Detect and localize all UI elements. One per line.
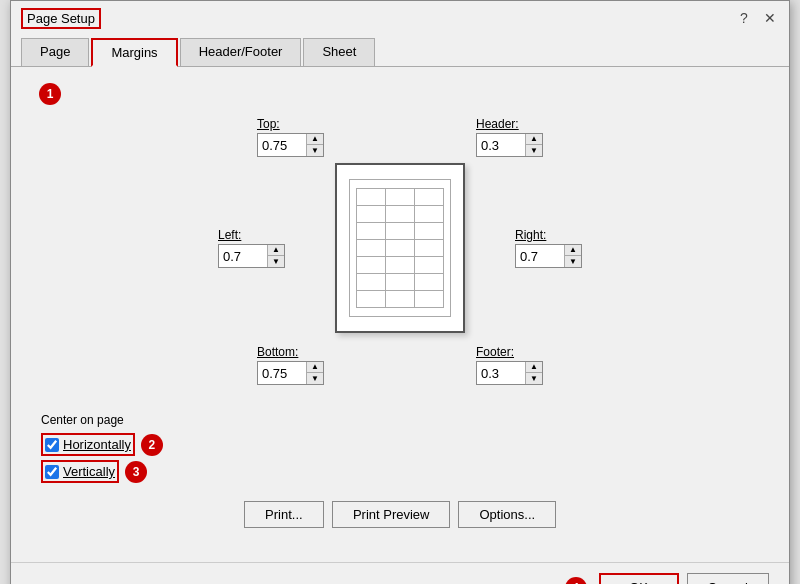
right-up-btn[interactable]: ▲ — [565, 245, 581, 256]
tab-margins[interactable]: Margins — [91, 38, 177, 67]
header-input[interactable] — [477, 134, 525, 156]
bottom-buttons: 4 OK Cancel — [11, 562, 789, 584]
vertically-label[interactable]: Vertically — [63, 464, 115, 479]
step2-circle: 2 — [141, 434, 163, 456]
header-down-btn[interactable]: ▼ — [526, 145, 542, 156]
footer-input[interactable] — [477, 362, 525, 384]
right-margin-field: Right: ▲ ▼ — [515, 228, 582, 268]
vertically-checkbox[interactable] — [45, 465, 59, 479]
step4-circle: 4 — [565, 577, 587, 585]
horizontally-label[interactable]: Horizontally — [63, 437, 131, 452]
header-label: Header: — [476, 117, 519, 131]
help-button[interactable]: ? — [733, 7, 755, 29]
step1-circle: 1 — [39, 83, 61, 105]
left-up-btn[interactable]: ▲ — [268, 245, 284, 256]
bottom-label: Bottom: — [257, 345, 298, 359]
bottom-spinner[interactable]: ▲ ▼ — [257, 361, 324, 385]
title-bar: Page Setup ? ✕ — [11, 1, 789, 29]
footer-margin-field: Footer: ▲ ▼ — [476, 345, 543, 385]
horizontally-checkbox[interactable] — [45, 438, 59, 452]
vertically-outline: Vertically — [41, 460, 119, 483]
top-spinner[interactable]: ▲ ▼ — [257, 133, 324, 157]
tab-content: 1 Top: ▲ ▼ Header: — [11, 67, 789, 554]
left-input[interactable] — [219, 245, 267, 267]
close-button[interactable]: ✕ — [759, 7, 781, 29]
center-on-page-section: Center on page Horizontally 2 Vertically… — [31, 405, 769, 495]
page-preview-box — [335, 163, 465, 333]
top-down-btn[interactable]: ▼ — [307, 145, 323, 156]
dialog-title: Page Setup — [21, 8, 101, 29]
action-buttons: Print... Print Preview Options... — [31, 495, 769, 538]
top-label: Top: — [257, 117, 280, 131]
center-label: Center on page — [41, 413, 759, 427]
right-down-btn[interactable]: ▼ — [565, 256, 581, 267]
page-table-preview — [356, 188, 444, 308]
header-spinner[interactable]: ▲ ▼ — [476, 133, 543, 157]
bottom-input[interactable] — [258, 362, 306, 384]
print-preview-button[interactable]: Print Preview — [332, 501, 451, 528]
step3-circle: 3 — [125, 461, 147, 483]
left-margin-field: Left: ▲ ▼ — [218, 228, 285, 268]
right-label: Right: — [515, 228, 546, 242]
right-input[interactable] — [516, 245, 564, 267]
left-label: Left: — [218, 228, 241, 242]
footer-up-btn[interactable]: ▲ — [526, 362, 542, 373]
footer-spinner[interactable]: ▲ ▼ — [476, 361, 543, 385]
print-button[interactable]: Print... — [244, 501, 324, 528]
left-down-btn[interactable]: ▼ — [268, 256, 284, 267]
margins-layout: Top: ▲ ▼ Header: ▲ — [31, 107, 769, 395]
ok-button[interactable]: OK — [599, 573, 679, 584]
top-margin-field: Top: ▲ ▼ — [257, 117, 324, 157]
right-spinner[interactable]: ▲ ▼ — [515, 244, 582, 268]
tab-sheet[interactable]: Sheet — [303, 38, 375, 67]
page-inner-border — [349, 179, 451, 317]
footer-down-btn[interactable]: ▼ — [526, 373, 542, 384]
footer-label: Footer: — [476, 345, 514, 359]
top-input[interactable] — [258, 134, 306, 156]
tab-header-footer[interactable]: Header/Footer — [180, 38, 302, 67]
tab-page[interactable]: Page — [21, 38, 89, 67]
page-setup-dialog: Page Setup ? ✕ Page Margins Header/Foote… — [10, 0, 790, 584]
left-spinner[interactable]: ▲ ▼ — [218, 244, 285, 268]
title-bar-controls: ? ✕ — [733, 7, 781, 29]
horizontally-outline: Horizontally — [41, 433, 135, 456]
bottom-down-btn[interactable]: ▼ — [307, 373, 323, 384]
vertically-row: Vertically 3 — [41, 460, 759, 483]
header-margin-field: Header: ▲ ▼ — [476, 117, 543, 157]
cancel-button[interactable]: Cancel — [687, 573, 769, 584]
header-up-btn[interactable]: ▲ — [526, 134, 542, 145]
bottom-margin-field: Bottom: ▲ ▼ — [257, 345, 324, 385]
top-up-btn[interactable]: ▲ — [307, 134, 323, 145]
options-button[interactable]: Options... — [458, 501, 556, 528]
tabs-bar: Page Margins Header/Footer Sheet — [11, 29, 789, 67]
bottom-up-btn[interactable]: ▲ — [307, 362, 323, 373]
horizontally-row: Horizontally 2 — [41, 433, 759, 456]
